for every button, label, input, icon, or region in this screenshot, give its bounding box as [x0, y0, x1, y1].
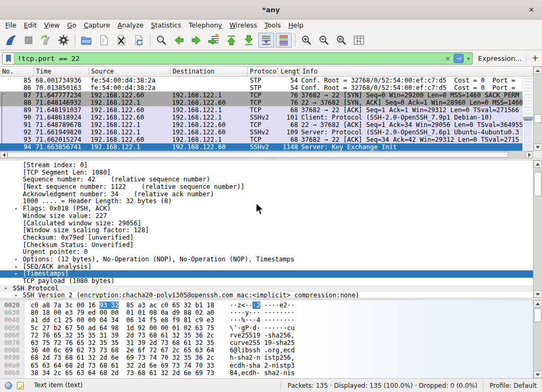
scroll-left-button[interactable]: [0, 151, 7, 158]
filter-bookmark-button[interactable]: [3, 53, 14, 64]
hex-row-0060[interactable]: 006072 76 65 32 35 35 31 39 2d 73 68 61 …: [0, 332, 533, 339]
go-back-button[interactable]: [171, 33, 187, 48]
column-header-info[interactable]: Info: [300, 67, 533, 76]
details-vscrollbar[interactable]: [533, 160, 542, 298]
zoom-reset-button[interactable]: [333, 33, 349, 48]
ascii-bytes[interactable]: 6@libssh .org,ecd: [230, 347, 295, 354]
menu-statistics[interactable]: Statistics: [147, 20, 185, 30]
hex-row-0050[interactable]: 00505c 27 b2 67 50 ad 64 98 1d 92 00 00 …: [0, 324, 533, 332]
detail-line-5[interactable]: 1000 .... = Header Length: 32 bytes (8): [0, 198, 533, 205]
detail-line-9[interactable]: [Window size scaling factor: 128]: [0, 227, 533, 234]
column-header-protocol[interactable]: Protocol: [248, 67, 278, 76]
hex-bytes[interactable]: 68 2d 73 68 61 32 2d 6e 69 73 74 70 32 3…: [31, 354, 220, 361]
bytes-vscrollbar[interactable]: [533, 300, 542, 378]
hex-bytes[interactable]: 36 40 6c 69 62 73 73 68 2e 6f 72 67 2c 6…: [31, 347, 220, 354]
hex-row-0070[interactable]: 007063 75 72 76 65 32 35 35 31 39 2d 73 …: [0, 339, 533, 347]
intelligent-scrollbar-minimap[interactable]: [522, 77, 533, 151]
detail-line-0[interactable]: [Stream index: 0]: [0, 162, 533, 169]
scroll-up-button[interactable]: [534, 160, 542, 168]
hex-row-00a0[interactable]: 00a065 63 64 68 2d 73 68 61 32 2d 6e 69 …: [0, 362, 533, 369]
scroll-thumb[interactable]: [534, 114, 541, 123]
detail-line-6[interactable]: ▸Flags: 0x018 (PSH, ACK): [0, 205, 533, 213]
hex-row-0020[interactable]: 0020c0 a8 7a 3c 00 16 93 32 85 a3 ac c0 …: [0, 302, 533, 309]
start-capture-button[interactable]: [3, 33, 19, 48]
close-capture-file-button[interactable]: [113, 33, 129, 48]
menu-go[interactable]: Go: [64, 20, 80, 30]
scroll-up-button[interactable]: [534, 67, 542, 74]
filter-clear-button[interactable]: ✕: [443, 55, 453, 62]
hex-bytes[interactable]: 80 18 00 e3 79 ed 00 00 01 01 08 0a d9 8…: [31, 309, 220, 316]
scroll-down-button[interactable]: [534, 143, 542, 151]
ascii-bytes[interactable]: ····y··· ········: [230, 309, 295, 316]
detail-line-8[interactable]: [Calculated window size: 29056]: [0, 220, 533, 227]
capture-comment-icon[interactable]: [17, 382, 24, 389]
expanded-arrow-icon[interactable]: ▾: [4, 285, 7, 293]
profile-status[interactable]: Profile: Default: [483, 381, 537, 390]
column-header-no[interactable]: No.: [0, 67, 34, 76]
filter-text[interactable]: !tcp.port == 22: [14, 54, 443, 62]
collapsed-arrow-icon[interactable]: ▸: [15, 270, 17, 278]
scroll-thumb[interactable]: [534, 172, 541, 196]
hex-row-0040[interactable]: 0040a1 dd c1 25 00 00 04 34 06 14 f5 e8 …: [0, 316, 533, 324]
hex-bytes[interactable]: 65 63 64 68 2d 73 68 61 32 2d 6e 69 73 7…: [31, 362, 220, 369]
column-header-length[interactable]: Length: [278, 67, 300, 76]
hex-bytes[interactable]: 63 75 72 76 65 32 35 35 31 39 2d 73 68 6…: [31, 339, 220, 347]
packet-row-88[interactable]: 8871.648146932192.168.122.1192.168.122.6…: [0, 99, 522, 106]
restart-capture-button[interactable]: [38, 33, 54, 48]
detail-line-10[interactable]: Checksum: 0x79ed [unverified]: [0, 234, 533, 242]
hex-row-0030[interactable]: 003080 18 00 e3 79 ed 00 00 01 01 08 0a …: [0, 309, 533, 316]
menu-edit[interactable]: Edit: [20, 20, 40, 30]
scroll-down-button[interactable]: [534, 290, 542, 298]
hex-bytes[interactable]: 38 34 2c 65 63 64 68 2d 73 68 61 32 2d 6…: [31, 369, 220, 377]
expert-info-icon[interactable]: [5, 382, 12, 389]
save-capture-file-button[interactable]: [96, 33, 112, 48]
hex-bytes[interactable]: c0 a8 7a 3c 00 16 93 32 85 a3 ac c0 65 3…: [31, 302, 220, 309]
column-header-destination[interactable]: Destination: [170, 67, 248, 76]
hex-bytes[interactable]: 72 76 65 32 35 35 31 39 2d 73 68 61 32 3…: [31, 332, 220, 339]
filter-history-dropdown[interactable]: ▾: [465, 56, 472, 61]
scroll-up-button[interactable]: [534, 300, 542, 307]
detail-line-1[interactable]: [TCP Segment Len: 1080]: [0, 169, 533, 177]
menu-capture[interactable]: Capture: [80, 20, 114, 30]
scroll-down-button[interactable]: [534, 371, 542, 378]
hex-row-0090[interactable]: 009068 2d 73 68 61 32 2d 6e 69 73 74 70 …: [0, 354, 533, 361]
menu-tools[interactable]: Tools: [261, 20, 285, 30]
detail-line-4[interactable]: Acknowledgment number: 34 (relative ack …: [0, 191, 533, 198]
ascii-bytes[interactable]: ecdh-sha 2-nistp3: [230, 362, 295, 369]
hex-bytes[interactable]: a1 dd c1 25 00 00 04 34 06 14 f5 e8 f9 8…: [31, 316, 220, 324]
menu-telephony[interactable]: Telephony: [185, 20, 225, 30]
colorize-packets-button[interactable]: [276, 33, 292, 48]
scroll-thumb[interactable]: [534, 308, 541, 322]
find-packet-button[interactable]: [153, 33, 169, 48]
packet-row-90[interactable]: 9071.648618924192.168.122.60192.168.122.…: [0, 114, 522, 121]
ascii-bytes[interactable]: 84,ecdh- sha2-nis: [230, 369, 295, 377]
packet-row-89[interactable]: 8971.648191037192.168.122.60192.168.122.…: [0, 106, 522, 114]
ascii-bytes[interactable]: ···%···4 ········: [230, 316, 295, 324]
close-button[interactable]: ✕: [525, 0, 538, 20]
go-forward-button[interactable]: [188, 33, 204, 48]
open-capture-file-button[interactable]: [78, 33, 94, 48]
hex-row-00b0[interactable]: 00b038 34 2c 65 63 64 68 2d 73 68 61 32 …: [0, 369, 533, 377]
packet-row-85[interactable]: 8568.001734936fe:54:00:d4:38:2aSTP54Conf…: [0, 77, 522, 84]
menu-analyze[interactable]: Analyze: [114, 20, 147, 30]
detail-line-7[interactable]: Window size value: 227: [0, 213, 533, 220]
collapsed-arrow-icon[interactable]: ▸: [15, 292, 17, 298]
packet-list-vscrollbar[interactable]: [533, 67, 542, 151]
detail-line-2[interactable]: Sequence number: 42 (relative sequence n…: [0, 176, 533, 184]
go-last-packet-button[interactable]: [241, 33, 257, 48]
display-filter-input[interactable]: !tcp.port == 22 ✕ → ▾: [2, 52, 473, 65]
menu-wireless[interactable]: Wireless: [226, 20, 261, 30]
ascii-bytes[interactable]: h-sha2-n istp256,: [230, 354, 295, 361]
filter-apply-button[interactable]: →: [454, 54, 464, 63]
packet-row-91[interactable]: 9171.648789678192.168.122.1192.168.122.6…: [0, 121, 522, 129]
menu-view[interactable]: View: [40, 20, 64, 30]
hex-row-0080[interactable]: 008036 40 6c 69 62 73 73 68 2e 6f 72 67 …: [0, 347, 533, 354]
scroll-right-button[interactable]: [526, 151, 533, 158]
menu-help[interactable]: Help: [285, 20, 308, 30]
capture-options-button[interactable]: [56, 33, 71, 48]
auto-scroll-button[interactable]: [258, 33, 274, 48]
go-to-packet-button[interactable]: [206, 33, 222, 48]
detail-line-17[interactable]: ▾SSH Protocol: [0, 285, 533, 293]
go-first-packet-button[interactable]: [223, 33, 239, 48]
detail-line-14[interactable]: ▸[SEQ/ACK analysis]: [0, 263, 533, 271]
